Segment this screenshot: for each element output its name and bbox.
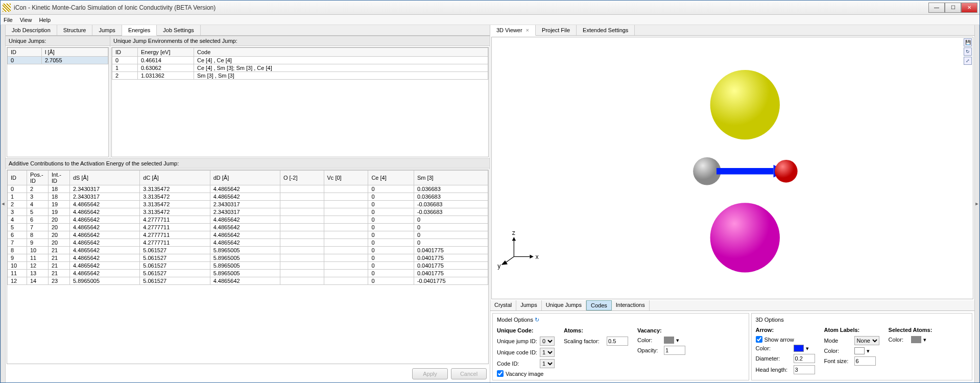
mode-select[interactable]: None <box>854 336 879 345</box>
arrow-color-picker[interactable] <box>794 345 804 352</box>
table-row[interactable]: 02182.34303173.31354724.486564200.036683 <box>8 185 488 193</box>
svg-text:y: y <box>497 262 501 270</box>
refresh-icon[interactable]: ↻ <box>535 317 539 323</box>
opacity-input[interactable] <box>664 346 685 355</box>
table-row[interactable]: 35194.48656423.31354722.34303170-0.03668… <box>8 208 488 216</box>
head-length-label: Head length: <box>756 367 792 373</box>
table-row[interactable]: 02.7055 <box>8 57 108 64</box>
subtab-interactions[interactable]: Interactions <box>612 300 650 310</box>
subtab-jumps[interactable]: Jumps <box>516 300 541 310</box>
menubar: File View Help <box>1 15 979 25</box>
atoms-label: Atoms: <box>564 327 628 333</box>
font-size-label: Font size: <box>824 358 852 364</box>
col-intid[interactable]: Int.-ID <box>49 171 70 185</box>
show-arrow-checkbox[interactable] <box>756 336 762 343</box>
env-label: Unique Jump Environments of the selected… <box>110 36 490 46</box>
unique-jumps-label: Unique Jumps: <box>6 36 110 46</box>
diameter-input[interactable] <box>794 354 815 363</box>
vac-color-picker[interactable] <box>664 337 674 344</box>
table-row[interactable]: 24194.48656423.31354722.34303170-0.03668… <box>8 201 488 208</box>
tab-close-icon[interactable]: × <box>526 27 529 33</box>
additive-table[interactable]: ID Pos.-ID Int.-ID dS [Å] dC [Å] dD [Å] … <box>7 170 488 285</box>
col-sm[interactable]: Sm [3] <box>414 171 488 185</box>
table-row[interactable]: 57204.48656424.27777114.486564200 <box>8 224 488 231</box>
table-row[interactable]: 1214235.89650055.0615274.48656420-0.0401… <box>8 277 488 285</box>
cancel-button[interactable]: Cancel <box>451 368 487 379</box>
tab-3d-viewer[interactable]: 3D Viewer × <box>490 25 536 36</box>
scaling-factor-input[interactable] <box>607 337 628 346</box>
col-code[interactable]: Code <box>194 48 488 57</box>
chevron-down-icon[interactable]: ▾ <box>923 337 926 343</box>
vacancy-image-checkbox[interactable] <box>497 370 504 377</box>
tab-job-settings[interactable]: Job Settings <box>157 25 201 35</box>
tab-extended-settings[interactable]: Extended Settings <box>577 25 635 35</box>
sa-color-picker[interactable] <box>911 336 921 343</box>
menu-view[interactable]: View <box>20 17 32 23</box>
vacancy-image-label: Vacancy image <box>506 371 543 377</box>
svg-text:z: z <box>512 229 515 236</box>
table-row[interactable]: 00.46614Ce [4] , Ce [4] <box>112 57 488 64</box>
table-row[interactable]: 13182.34303173.31354724.486564200.036683 <box>8 193 488 201</box>
menu-file[interactable]: File <box>4 17 13 23</box>
col-vc[interactable]: Vc [0] <box>324 171 368 185</box>
maximize-button[interactable]: ☐ <box>945 3 961 13</box>
col-energy[interactable]: Energy [eV] <box>138 48 194 57</box>
unique-jumps-table[interactable]: ID l [Å] 02.7055 <box>7 47 108 64</box>
font-size-input[interactable] <box>854 356 876 366</box>
tab-project-file[interactable]: Project File <box>536 25 577 35</box>
env-table[interactable]: ID Energy [eV] Code 00.46614Ce [4] , Ce … <box>112 47 488 80</box>
tab-structure[interactable]: Structure <box>57 25 93 35</box>
table-row[interactable]: 68204.48656424.27777114.486564200 <box>8 231 488 239</box>
col-ds[interactable]: dS [Å] <box>70 171 140 185</box>
chevron-down-icon[interactable]: ▾ <box>806 345 809 352</box>
left-grip[interactable]: ◄ <box>1 25 6 382</box>
right-grip[interactable]: ► <box>974 25 979 382</box>
rotate-icon[interactable]: ↻ <box>964 47 972 56</box>
subtab-codes[interactable]: Codes <box>586 300 612 310</box>
window-title: iCon - Kinetic Monte-Carlo Simulation of… <box>14 4 928 11</box>
axis-indicator: x z y <box>497 229 539 269</box>
app-icon <box>3 4 11 12</box>
subtab-unique-jumps[interactable]: Unique Jumps <box>542 300 586 310</box>
col-id[interactable]: ID <box>112 48 138 57</box>
tab-energies[interactable]: Energies <box>122 25 157 36</box>
code-id-select[interactable]: 1 <box>540 359 555 368</box>
unique-code-id-select[interactable]: 1 <box>540 348 555 357</box>
table-row[interactable]: 1113214.48656425.0615275.896500500.04017… <box>8 270 488 277</box>
minimize-button[interactable]: — <box>928 3 945 13</box>
col-l[interactable]: l [Å] <box>41 48 108 57</box>
table-row[interactable]: 79204.48656424.27777114.486564200 <box>8 239 488 247</box>
table-row[interactable]: 10.63062Ce [4] , Sm [3]; Sm [3] , Ce [4] <box>112 64 488 72</box>
table-row[interactable]: 1012214.48656425.0615275.896500500.04017… <box>8 262 488 270</box>
tab-job-description[interactable]: Job Description <box>6 25 57 35</box>
col-dd[interactable]: dD [Å] <box>210 171 280 185</box>
table-row[interactable]: 46204.48656424.27777114.486564200 <box>8 216 488 224</box>
table-row[interactable]: 810214.48656425.0615275.896500500.040177… <box>8 247 488 254</box>
titlebar: iCon - Kinetic Monte-Carlo Simulation of… <box>1 1 979 15</box>
chevron-down-icon[interactable]: ▾ <box>676 337 679 344</box>
3d-viewport[interactable]: 💾 ↻ ⤢ <box>491 37 973 299</box>
col-posid[interactable]: Pos.-ID <box>27 171 49 185</box>
menu-help[interactable]: Help <box>39 17 51 23</box>
col-dc[interactable]: dC [Å] <box>140 171 210 185</box>
tab-3d-viewer-label: 3D Viewer <box>496 27 522 33</box>
al-color-picker[interactable] <box>854 347 865 354</box>
col-o[interactable]: O [-2] <box>280 171 324 185</box>
table-row[interactable]: 911214.48656425.0615275.896500500.040177… <box>8 254 488 262</box>
head-length-input[interactable] <box>794 365 815 374</box>
col-ce[interactable]: Ce [4] <box>368 171 414 185</box>
fit-icon[interactable]: ⤢ <box>964 57 972 65</box>
col-id[interactable]: ID <box>8 48 42 57</box>
col-id[interactable]: ID <box>8 171 27 185</box>
unique-code-id-label: Unique code ID: <box>497 349 538 355</box>
unique-jump-id-select[interactable]: 0 <box>540 337 555 346</box>
chevron-down-icon[interactable]: ▾ <box>867 348 870 354</box>
table-row[interactable]: 21.031362Sm [3] , Sm [3] <box>112 72 488 80</box>
close-button[interactable]: ✕ <box>961 3 977 13</box>
atom-red <box>775 160 798 183</box>
save-view-icon[interactable]: 💾 <box>964 38 972 46</box>
tab-jumps[interactable]: Jumps <box>92 25 122 35</box>
atom-magenta <box>710 203 780 272</box>
subtab-crystal[interactable]: Crystal <box>490 300 516 310</box>
apply-button[interactable]: Apply <box>412 368 448 379</box>
